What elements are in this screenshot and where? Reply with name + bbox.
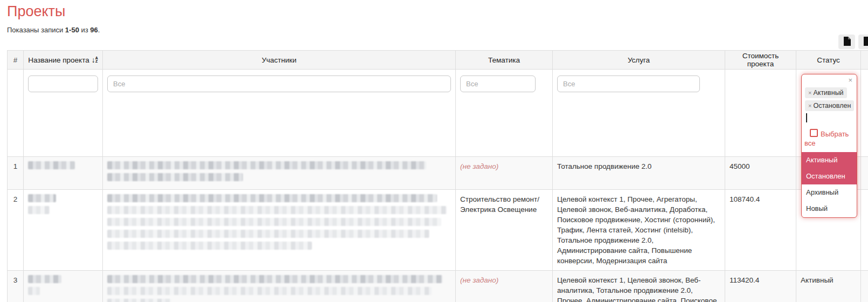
- status-cell: Активный: [796, 271, 861, 302]
- project-name-cell: [24, 271, 103, 302]
- filter-cell-num: [8, 70, 24, 157]
- redacted-text: [107, 230, 429, 238]
- column-header-extra: [861, 51, 868, 70]
- filter-cell-name: [24, 70, 103, 157]
- status-option-new[interactable]: Новый: [802, 201, 857, 217]
- redacted-text: [107, 287, 432, 295]
- extra-cell: [861, 190, 868, 271]
- redacted-text: [107, 206, 447, 214]
- row-number: 3: [8, 271, 24, 302]
- name-filter-input[interactable]: [28, 76, 98, 92]
- summary-total: 96: [90, 26, 98, 34]
- cost-cell: 45000: [725, 157, 796, 190]
- status-option-archived[interactable]: Архивный: [802, 184, 857, 201]
- column-header-num: #: [8, 51, 24, 70]
- column-header-name: Название проекта ↓ A Z: [24, 51, 103, 70]
- cost-cell: 113420.4: [725, 271, 796, 302]
- tag-label: Остановлен: [813, 102, 851, 109]
- tag-label: Активный: [813, 89, 843, 97]
- select-all-option[interactable]: Выбрать все: [804, 129, 855, 148]
- row-number: 1: [8, 157, 24, 190]
- clear-filter-icon[interactable]: ×: [848, 77, 852, 84]
- filter-cell-cost: [725, 70, 796, 157]
- participants-cell: [103, 157, 456, 190]
- table-row: 1 (не задано) Тотальное продвижение 2.0 …: [8, 157, 868, 190]
- records-summary: Показаны записи 1-50 из 96.: [7, 26, 100, 34]
- export-file-button[interactable]: [838, 35, 855, 49]
- theme-cell: Строительство ремонт/ Электрика Освещени…: [456, 190, 553, 271]
- redacted-text: [28, 194, 56, 202]
- redacted-text: [107, 161, 426, 169]
- redacted-text: [107, 299, 171, 302]
- remove-tag-icon[interactable]: ×: [808, 90, 811, 96]
- redacted-text: [28, 206, 50, 214]
- redacted-text: [107, 275, 442, 283]
- theme-cell: (не задано): [456, 157, 553, 190]
- status-tag[interactable]: ×Активный: [805, 87, 847, 98]
- service-cell: Тотальное продвижение 2.0: [553, 157, 725, 190]
- checkbox-icon[interactable]: [810, 129, 818, 137]
- participants-cell: [103, 190, 456, 271]
- status-option-active[interactable]: Активный: [802, 152, 857, 168]
- redacted-text: [28, 161, 75, 169]
- remove-tag-icon[interactable]: ×: [808, 102, 811, 109]
- extra-cell: [861, 157, 868, 190]
- filter-row: [8, 70, 868, 157]
- service-cell: Целевой контекст 1, Прочее, Агрегаторы, …: [553, 190, 725, 271]
- column-header-theme: Тематика: [456, 51, 553, 70]
- project-name-cell: [24, 157, 103, 190]
- theme-filter-input[interactable]: [460, 76, 536, 92]
- summary-range: 1-50: [65, 26, 79, 34]
- redacted-text: [107, 173, 243, 181]
- row-number: 2: [8, 190, 24, 271]
- redacted-text: [107, 218, 441, 226]
- cost-cell: 108740.4: [725, 190, 796, 271]
- sort-name-link[interactable]: Название проекта ↓ A Z: [28, 56, 98, 64]
- participants-filter-input[interactable]: [107, 76, 451, 92]
- column-header-service: Услуга: [553, 51, 725, 70]
- table-row: 2 Строительство ремонт/ Электрика Освеще…: [8, 190, 868, 271]
- status-multiselect-dropdown: × ×Активный ×Остановлен Выбрать все Акти…: [801, 74, 857, 218]
- service-filter-input[interactable]: [557, 76, 700, 92]
- column-header-status: Статус: [796, 51, 861, 70]
- filter-cell-participants: [103, 70, 456, 157]
- column-header-name-label: Название проекта: [28, 56, 89, 64]
- page-title: Проекты: [7, 3, 65, 20]
- redacted-text: [107, 242, 312, 250]
- column-header-cost: Стоимость проекта: [725, 51, 796, 70]
- sort-alpha-icon: ↓ A Z: [92, 57, 98, 63]
- redacted-text: [107, 194, 437, 202]
- column-header-participants: Участники: [103, 51, 456, 70]
- service-cell: Целевой контекст 1, Целевой звонок, Веб-…: [553, 271, 725, 302]
- export-more-button[interactable]: [858, 35, 868, 49]
- participants-cell: [103, 271, 456, 302]
- redacted-text: [28, 275, 61, 283]
- filter-cell-service: [553, 70, 725, 157]
- redacted-text: [28, 287, 40, 295]
- status-option-stopped[interactable]: Остановлен: [802, 168, 857, 184]
- text-caret: [806, 113, 807, 122]
- filter-cell-extra: [861, 70, 868, 157]
- header-row: # Название проекта ↓ A Z Участники Темат…: [8, 51, 868, 70]
- file-export-icon: [863, 37, 868, 47]
- selected-tags: ×Активный ×Остановлен: [805, 87, 853, 111]
- summary-period: .: [98, 26, 100, 34]
- theme-cell: (не задано): [456, 271, 553, 302]
- project-name-cell: [24, 190, 103, 271]
- projects-table: # Название проекта ↓ A Z Участники Темат…: [7, 50, 868, 302]
- status-options-list: Активный Остановлен Архивный Новый: [802, 152, 857, 217]
- summary-of: из: [81, 26, 88, 34]
- file-icon: [843, 37, 851, 47]
- extra-cell: [861, 271, 868, 302]
- summary-prefix: Показаны записи: [7, 26, 63, 34]
- status-tag[interactable]: ×Остановлен: [805, 100, 854, 111]
- filter-cell-theme: [456, 70, 553, 157]
- table-row: 3 (не задано) Целевой контекст 1, Целево…: [8, 271, 868, 302]
